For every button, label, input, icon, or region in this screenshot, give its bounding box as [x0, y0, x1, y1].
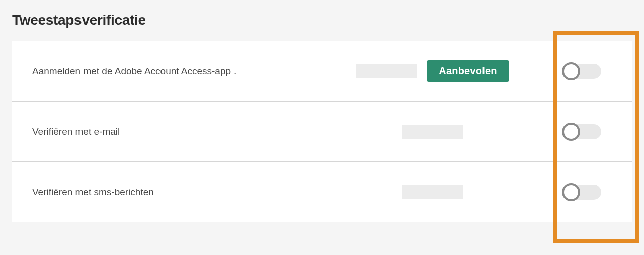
label-suffix-dot: .	[234, 66, 236, 76]
row-middle: Aanbevolen	[314, 60, 551, 82]
option-row-adobe-app: Aanmelden met de Adobe Account Access-ap…	[12, 41, 632, 102]
toggle-container	[551, 183, 612, 201]
toggle-container	[551, 62, 612, 80]
placeholder-block	[403, 125, 463, 139]
option-row-email: Verifiëren met e-mail	[12, 102, 632, 162]
option-label: Verifiëren met e-mail	[32, 126, 314, 137]
section-title: Tweestapsverificatie	[12, 12, 632, 28]
toggle-adobe-app[interactable]	[562, 62, 601, 80]
option-label: Verifiëren met sms-berichten	[32, 187, 314, 198]
row-middle	[314, 185, 551, 199]
toggle-email[interactable]	[562, 123, 601, 141]
placeholder-block	[403, 185, 463, 199]
placeholder-block	[356, 64, 417, 78]
toggle-knob	[562, 123, 580, 141]
toggle-sms[interactable]	[562, 183, 601, 201]
row-middle	[314, 125, 551, 139]
option-row-sms: Verifiëren met sms-berichten	[12, 162, 632, 222]
toggle-knob	[562, 183, 580, 201]
verification-options-card: Aanmelden met de Adobe Account Access-ap…	[12, 41, 632, 222]
toggle-container	[551, 123, 612, 141]
two-step-verification-section: Tweestapsverificatie Aanmelden met de Ad…	[0, 0, 644, 222]
recommended-badge: Aanbevolen	[427, 60, 509, 82]
option-label: Aanmelden met de Adobe Account Access-ap…	[32, 66, 314, 77]
toggle-knob	[562, 62, 580, 80]
